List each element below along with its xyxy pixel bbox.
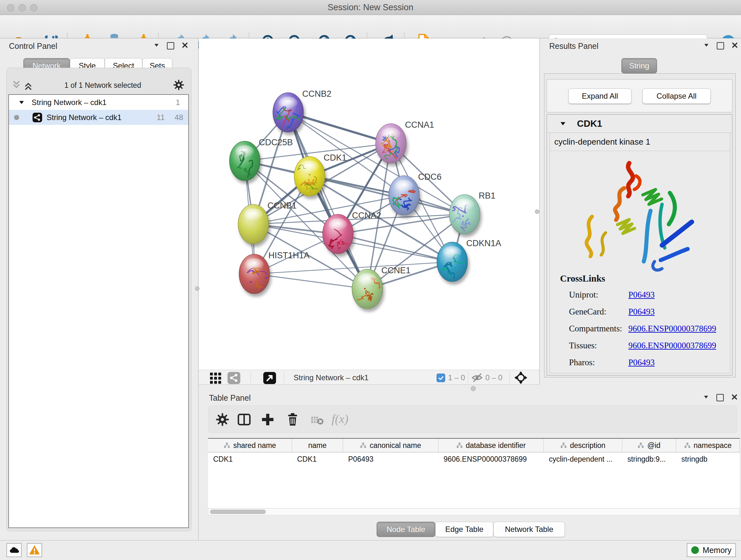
table-row[interactable]: CDK1CDK1P064939606.ENSP00000378699cyclin…: [208, 452, 740, 466]
vertical-splitter-handle[interactable]: [195, 287, 199, 291]
node-label-CCNE1: CCNE1: [381, 266, 411, 275]
memory-button[interactable]: Memory: [687, 543, 736, 557]
table-cell[interactable]: cyclin-dependent ...: [544, 452, 622, 466]
network-node-CDK1[interactable]: [294, 157, 325, 200]
crosslink-link[interactable]: P06493: [628, 358, 655, 368]
protein-section-header[interactable]: CDK1: [547, 115, 732, 133]
plus-icon: [261, 413, 275, 427]
tab-string[interactable]: String: [621, 58, 657, 73]
table-cell[interactable]: 9606.ENSP00000378699: [439, 452, 544, 466]
cloud-status-button[interactable]: [6, 543, 22, 557]
protein-section: CDK1 cyclin-dependent kinase 1: [547, 114, 732, 375]
network-node-count: 11: [157, 113, 165, 122]
node-label-CCNA1: CCNA1: [405, 120, 434, 130]
network-node-CCNE1[interactable]: [352, 269, 383, 309]
network-node-CDC25B[interactable]: [229, 141, 260, 191]
panel-close-icon[interactable]: [732, 42, 738, 50]
column-header-canonical-name[interactable]: canonical name: [343, 439, 439, 452]
network-tree-network-row[interactable]: String Network – cdk1 11 48: [9, 110, 188, 125]
warning-status-button[interactable]: [27, 543, 42, 557]
network-node-CDC6[interactable]: [389, 176, 419, 215]
column-header-description[interactable]: description: [544, 439, 622, 452]
column-header--id[interactable]: @id: [622, 439, 676, 452]
crosslink-label: Compartments:: [569, 324, 622, 333]
collapse-all-icon[interactable]: [12, 80, 21, 90]
main-toolbar: ?: [0, 15, 741, 38]
network-canvas[interactable]: CCNB2CCNA1CDC25BCDK1CDC6RB1CCNB1CCNA2CDK…: [199, 39, 539, 370]
scrollbar-thumb[interactable]: [210, 509, 266, 514]
table-cell[interactable]: P06493: [343, 452, 439, 466]
crosslink-label: GeneCard:: [569, 307, 606, 316]
network-node-CDKN1A[interactable]: [437, 242, 468, 282]
column-header-namespace[interactable]: namespace: [676, 439, 740, 452]
horizontal-scrollbar[interactable]: [208, 508, 740, 515]
panel-collapse-icon[interactable]: [703, 394, 709, 401]
network-node-CCNB1[interactable]: [238, 204, 269, 244]
panel-float-icon[interactable]: [717, 42, 724, 50]
network-edge[interactable]: [288, 112, 391, 143]
table-cell[interactable]: stringdb: [676, 452, 740, 466]
tab-network-table[interactable]: Network Table: [493, 522, 565, 537]
collapse-all-button[interactable]: Collapse All: [643, 88, 711, 104]
warning-icon: [29, 544, 40, 556]
delete-table-button[interactable]: [310, 413, 324, 427]
network-graph[interactable]: CCNB2CCNA1CDC25BCDK1CDC6RB1CCNB1CCNA2CDK…: [199, 39, 539, 370]
crosslink-link[interactable]: P06493: [628, 307, 655, 317]
node-label-CCNA2: CCNA2: [352, 211, 381, 220]
panel-collapse-icon[interactable]: [704, 43, 709, 49]
collection-expand-icon[interactable]: [18, 99, 24, 105]
window-title: Session: New Session: [0, 0, 741, 15]
show-columns-button[interactable]: [237, 413, 251, 427]
table-settings-gear-button[interactable]: [215, 413, 229, 427]
network-view-icon[interactable]: [227, 371, 241, 386]
network-edge[interactable]: [288, 112, 367, 289]
node-label-CDK1: CDK1: [324, 153, 347, 163]
crosslink-link[interactable]: P06493: [628, 290, 655, 300]
panel-collapse-icon[interactable]: [154, 43, 159, 49]
vertical-splitter-handle[interactable]: [535, 209, 539, 214]
network-options-gear-icon[interactable]: [173, 79, 185, 92]
splitter-handle[interactable]: [471, 386, 476, 391]
network-node-HIST1H1A[interactable]: [239, 254, 271, 294]
title-bar: Session: New Session: [0, 0, 741, 15]
table-cell[interactable]: stringdb:9...: [622, 452, 676, 466]
crosslink-label: Pharos:: [569, 358, 595, 367]
network-tree: String Network – cdk1 1 String Network –…: [8, 94, 189, 528]
table-cell[interactable]: CDK1: [208, 452, 292, 466]
crosslink-link[interactable]: 9606.ENSP00000378699: [628, 341, 716, 351]
birdseye-view-icon[interactable]: [263, 371, 277, 386]
network-node-RB1[interactable]: [449, 194, 480, 234]
expand-all-button[interactable]: Expand All: [568, 88, 631, 104]
column-header-shared-name[interactable]: shared name: [208, 439, 292, 452]
pan-crosshair-icon[interactable]: [514, 371, 528, 386]
grid-view-icon[interactable]: [209, 371, 223, 386]
trash-icon: [286, 413, 300, 427]
crosslink-link[interactable]: 9606.ENSP00000378699: [628, 324, 716, 334]
panel-float-icon[interactable]: [717, 394, 724, 401]
section-expand-icon[interactable]: [560, 120, 566, 127]
column-header-label: canonical name: [369, 441, 421, 450]
tab-node-table[interactable]: Node Table: [377, 522, 435, 537]
cloud-icon: [9, 545, 19, 556]
horizontal-splitter[interactable]: [199, 385, 741, 391]
protein-name: CDK1: [577, 118, 602, 129]
add-column-button[interactable]: [261, 413, 275, 427]
network-edge[interactable]: [254, 274, 367, 289]
network-tree-collection-row[interactable]: String Network – cdk1 1: [9, 95, 188, 110]
panel-float-icon[interactable]: [167, 42, 174, 50]
network-node-CCNB2[interactable]: [273, 92, 304, 132]
column-header-name[interactable]: name: [292, 439, 343, 452]
panel-close-icon[interactable]: [182, 42, 188, 50]
panel-close-icon[interactable]: [731, 394, 738, 401]
view-toolbar-separator: [509, 372, 510, 383]
column-header-database-identifier[interactable]: database identifier: [439, 439, 544, 452]
selected-checkbox[interactable]: [436, 374, 445, 382]
network-selection-status: 1 of 1 Network selected: [32, 81, 173, 90]
function-builder-button[interactable]: f(x): [332, 412, 348, 426]
crosslinks-heading: CrossLinks: [560, 273, 605, 284]
delete-column-button[interactable]: [286, 413, 300, 427]
tab-edge-table[interactable]: Edge Table: [435, 522, 493, 537]
expand-all-icon[interactable]: [24, 80, 32, 90]
protein-details: cyclin-dependent kinase 1: [549, 132, 730, 373]
table-cell[interactable]: CDK1: [292, 452, 343, 466]
